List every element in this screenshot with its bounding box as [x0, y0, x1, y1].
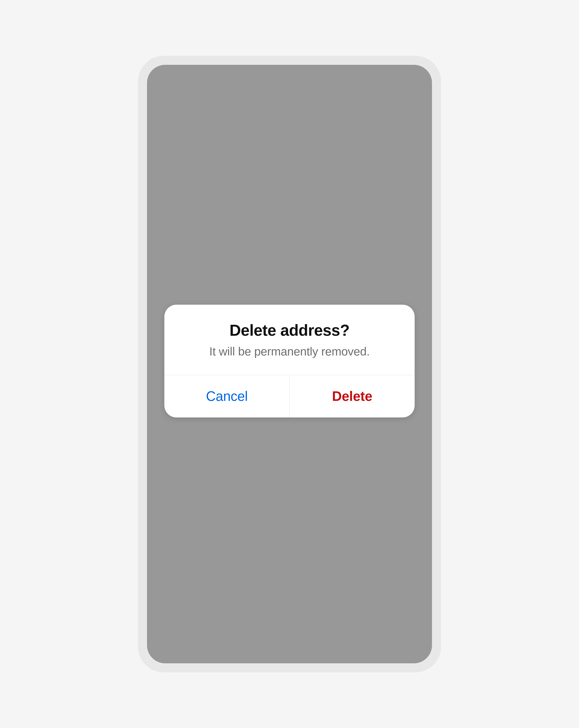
cancel-button[interactable]: Cancel: [165, 375, 290, 417]
alert-title: Delete address?: [176, 321, 403, 339]
device-screen: Delete address? It will be permanently r…: [147, 65, 432, 663]
alert-button-row: Cancel Delete: [165, 375, 414, 417]
device-frame: Delete address? It will be permanently r…: [138, 56, 441, 672]
delete-button[interactable]: Delete: [290, 375, 414, 417]
alert-dialog: Delete address? It will be permanently r…: [165, 305, 414, 417]
alert-message: It will be permanently removed.: [176, 345, 403, 358]
alert-content: Delete address? It will be permanently r…: [165, 305, 414, 375]
